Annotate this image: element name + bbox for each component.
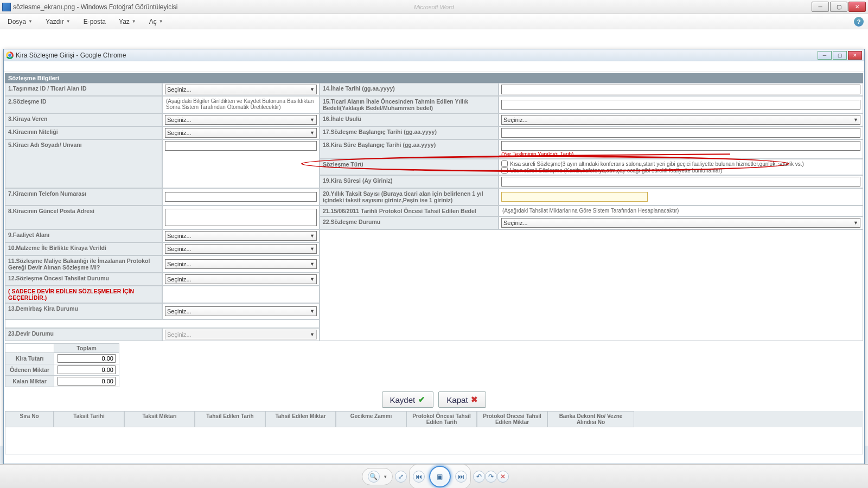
outer-close-button[interactable]: ✕	[848, 2, 866, 12]
totals-odenen-value[interactable]	[58, 365, 116, 374]
field-malzeme-ile: Seçiniz...▼	[162, 242, 320, 255]
col-tahsil-tarih: Tahsil Edilen Tarih	[195, 411, 265, 427]
field-telefon	[162, 188, 320, 206]
checkbox-uzun-sureli[interactable]	[501, 167, 508, 174]
label-ihale-tarihi: 14.İhale Tarihi (gg.aa.yyyy)	[320, 83, 499, 96]
label-kira-sure-baslangic: 18.Kira Süre Başlangıç Tarihi (gg.aa.yyy…	[320, 139, 499, 159]
spacer-right	[162, 319, 320, 328]
outer-minimize-button[interactable]: ─	[812, 2, 829, 12]
label-telefon: 7.Kiracının Telefon Numarası	[5, 188, 162, 206]
input-kira-suresi[interactable]	[501, 177, 860, 187]
menubar-print[interactable]: Yazdır▼	[42, 16, 74, 28]
installment-grid-body	[5, 427, 863, 454]
field-posta-adresi	[162, 206, 320, 229]
popup-maximize-button[interactable]: ▢	[833, 51, 847, 60]
totals-kira-label: Kira Tutarı	[5, 353, 54, 364]
slideshow-icon[interactable]: ▣	[429, 466, 451, 487]
check-icon: ✔	[418, 395, 425, 404]
col-protokol-tarih: Protokol Öncesi Tahsil Edilen Tarih	[406, 411, 477, 427]
totals-kalan-label: Kalan Miktar	[5, 376, 54, 387]
photo-viewer-icon	[2, 3, 11, 11]
field-kiraci-nitelik: Seçiniz...▼	[162, 126, 320, 139]
field-protokol-oncesi-bedel: (Aşağıdaki Tahsilat Miktarlarına Göre Si…	[499, 206, 863, 216]
select-malzeme-ile[interactable]: Seçiniz...▼	[165, 244, 317, 254]
label-yillik-taksit: 20.Yıllık Taksit Sayısı (Buraya ticari a…	[320, 188, 499, 206]
checkbox-label-uzun: Uzun süreli Sözleşme (Kantin,kafeterya,a…	[510, 168, 722, 174]
input-telefon[interactable]	[165, 192, 317, 202]
background-app-hint: Microsoft Word	[414, 4, 454, 10]
photo-viewer-toolbar: 🔍 ▾ ⤢ ⏮ ▣ ⏭ ↶ ↷ ✕	[0, 464, 868, 488]
warning-devir-only: ( SADECE DEVİR EDİLEN SÖZLEŞMELER İÇİN G…	[5, 286, 162, 303]
select-oncesi-tahsilat[interactable]: Seçiniz...▼	[165, 274, 317, 284]
select-sozlesme-durumu[interactable]: Seçiniz...▼	[501, 218, 860, 228]
select-tasinmaz-id[interactable]: Seçiniz...▼	[165, 85, 317, 94]
checkbox-kisa-sureli[interactable]	[501, 160, 508, 167]
zoom-out-icon[interactable]: 🔍	[368, 471, 380, 483]
popup-titlebar[interactable]: Kira Sözleşme Girişi - Google Chrome ─ ▢…	[4, 49, 864, 61]
next-image-icon[interactable]: ⏭	[455, 471, 467, 483]
label-tasinmaz-id: 1.Taşınmaz ID / Ticari Alan ID	[5, 83, 162, 96]
col-tahsil-miktar: Tahsil Edilen Miktar	[265, 411, 336, 427]
label-faaliyet-alani: 9.Faaliyet Alanı	[5, 229, 162, 242]
totals-odenen-label: Ödenen Miktar	[5, 364, 54, 376]
close-form-button[interactable]: Kapat✖	[438, 391, 486, 408]
select-maliye-protokol[interactable]: Seçiniz...▼	[165, 259, 317, 269]
struck-yer-teslimi: (Yer Tesliminin Yapıldığı Tarih)	[501, 151, 860, 157]
field-maliye-protokol: Seçiniz...▼	[162, 255, 320, 273]
label-kira-suresi: 19.Kira Süresi (Ay Giriniz)	[320, 175, 499, 188]
help-icon[interactable]: ?	[854, 17, 864, 27]
select-kiraci-nitelik[interactable]: Seçiniz...▼	[165, 128, 317, 138]
form-grid: 1.Taşınmaz ID / Ticari Alan ID Seçiniz..…	[5, 83, 863, 341]
outer-maximize-button[interactable]: ▢	[830, 2, 847, 12]
input-ihale-tarihi[interactable]	[501, 85, 860, 94]
select-faaliyet-alani[interactable]: Seçiniz...▼	[165, 231, 317, 241]
label-kiraci-ad: 5.Kiracı Adı Soyadı/ Unvanı	[5, 139, 162, 188]
label-sozlesme-id: 2.Sözleşme ID	[5, 96, 162, 113]
menubar-burn[interactable]: Yaz▼	[116, 16, 139, 28]
menubar: Dosya▼ Yazdır▼ E-posta Yaz▼ Aç▼ ?	[0, 14, 868, 29]
field-ihale-usulu: Seçiniz...▼	[499, 113, 863, 126]
label-kiraci-nitelik: 4.Kiracının Niteliği	[5, 126, 162, 139]
select-devir-durumu[interactable]: Seçiniz...▼	[165, 330, 317, 339]
chrome-toolbar-strip	[4, 61, 864, 72]
prev-image-icon[interactable]: ⏮	[413, 471, 425, 483]
menubar-open[interactable]: Aç▼	[146, 16, 167, 28]
input-kiraci-ad[interactable]	[165, 141, 317, 151]
input-yillik-taksit[interactable]	[501, 192, 648, 202]
input-muhammen-bedel[interactable]	[501, 100, 860, 110]
rotate-right-icon[interactable]: ↷	[485, 471, 497, 483]
field-ihale-tarihi	[499, 83, 863, 96]
label-muhammen-bedel: 15.Ticari Alanın İhale Öncesinden Tahmin…	[320, 96, 499, 113]
select-kiraya-veren[interactable]: Seçiniz...▼	[165, 115, 317, 125]
input-sozlesme-baslangic[interactable]	[501, 128, 860, 138]
spacer-left	[5, 319, 162, 328]
delete-image-icon[interactable]: ✕	[497, 471, 509, 483]
popup-minimize-button[interactable]: ─	[818, 51, 832, 60]
installment-grid-header: Sıra No Taksit Tarihi Taksit Miktarı Tah…	[5, 411, 863, 427]
popup-close-button[interactable]: ✕	[848, 51, 862, 60]
label-sozlesme-baslangic: 17.Sözleşme Başlangıç Tarihi (gg.aa.yyyy…	[320, 126, 499, 139]
label-sozlesme-turu: Sözleşme Türü	[320, 159, 499, 175]
section-header: Sözleşme Bilgileri	[5, 73, 863, 83]
menubar-file[interactable]: Dosya▼	[4, 16, 36, 28]
warning-devir-only-field	[162, 286, 320, 303]
right-empty-area	[320, 229, 863, 341]
input-kira-sure-baslangic[interactable]	[501, 141, 860, 151]
totals-kira-value[interactable]	[58, 354, 116, 363]
menubar-email[interactable]: E-posta	[80, 16, 109, 28]
textarea-posta-adresi[interactable]	[165, 209, 317, 226]
field-sozlesme-baslangic	[499, 126, 863, 139]
checkbox-label-kisa: Kısa süreli Sözleşme(3 ayın altındaki ko…	[510, 161, 804, 167]
label-posta-adresi: 8.Kiracının Güncel Posta Adresi	[5, 206, 162, 229]
label-malzeme-ile: 10.Malzeme İle Birlikte Kiraya Verildi	[5, 242, 162, 255]
totals-kalan-value[interactable]	[58, 377, 116, 386]
select-demirbas-kira[interactable]: Seçiniz...▼	[165, 306, 317, 316]
col-taksit-miktar: Taksit Miktarı	[124, 411, 195, 427]
actual-size-icon[interactable]: ⤢	[395, 471, 407, 483]
select-ihale-usulu[interactable]: Seçiniz...▼	[501, 115, 860, 125]
popup-body: Sözleşme Bilgileri 1.Taşınmaz ID / Ticar…	[4, 72, 864, 464]
close-icon: ✖	[471, 395, 478, 404]
field-kira-sure-baslangic: (Yer Tesliminin Yapıldığı Tarih)	[499, 139, 863, 159]
save-button[interactable]: Kaydet✔	[382, 391, 434, 408]
rotate-left-icon[interactable]: ↶	[473, 471, 485, 483]
